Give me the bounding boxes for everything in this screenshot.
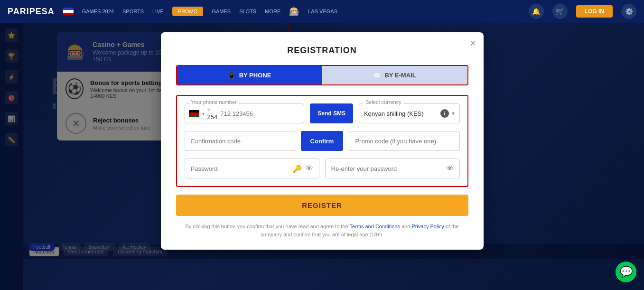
lock-icon: 🔑 bbox=[292, 164, 302, 173]
tab-phone[interactable]: 📱 BY PHONE bbox=[177, 66, 322, 84]
phone-label: Your phone number bbox=[189, 99, 239, 105]
nav-item-lasvegas[interactable]: Las Vegas bbox=[308, 9, 337, 14]
currency-value: Kenyan shilling (KES) bbox=[364, 110, 440, 117]
phone-dropdown-icon[interactable]: ▾ bbox=[202, 111, 205, 116]
register-button[interactable]: REGISTER bbox=[176, 195, 468, 216]
phone-input-wrapper[interactable]: ▾ + 254 bbox=[185, 103, 305, 123]
terms-link[interactable]: Terms and Conditions bbox=[349, 224, 400, 229]
login-button[interactable]: LOG IN bbox=[576, 5, 613, 18]
legal-text: By clicking this button you confirm that… bbox=[176, 223, 468, 238]
reenter-password-wrapper[interactable]: 👁 bbox=[325, 159, 460, 178]
send-sms-button[interactable]: Send SMS bbox=[310, 103, 353, 123]
chat-bubble-button[interactable]: 💬 bbox=[616, 262, 636, 282]
currency-label: Select currency bbox=[364, 99, 403, 105]
legal-text-prefix: By clicking this button you confirm that… bbox=[186, 224, 348, 229]
nav-item-more[interactable]: MORE bbox=[265, 9, 280, 14]
currency-input-wrapper[interactable]: Kenyan shilling (KES) i ▾ bbox=[359, 103, 460, 123]
confirmation-promo-row: Confirm bbox=[185, 131, 460, 151]
top-navigation: PARIPESA GAMES 2024 SPORTS LIVE PROMO GA… bbox=[0, 0, 644, 23]
eye-icon[interactable]: 👁 bbox=[306, 164, 313, 173]
confirm-button[interactable]: Confirm bbox=[301, 131, 344, 151]
kenya-flag-icon bbox=[189, 110, 199, 117]
phone-number-input[interactable] bbox=[220, 110, 300, 117]
chat-icon: 💬 bbox=[620, 266, 633, 278]
modal-title: REGISTRATION bbox=[176, 46, 468, 56]
tab-phone-label: BY PHONE bbox=[239, 72, 271, 79]
phone-prefix: + 254 bbox=[207, 106, 218, 121]
cart-icon[interactable]: 🛒 bbox=[552, 4, 568, 19]
nav-item-promo[interactable]: PROMO bbox=[172, 7, 204, 16]
confirmation-code-input[interactable] bbox=[191, 138, 289, 145]
notification-icon[interactable]: 🔔 bbox=[529, 4, 544, 19]
email-icon: ✉️ bbox=[373, 72, 381, 79]
currency-dropdown-icon[interactable]: ▾ bbox=[452, 110, 455, 117]
password-input[interactable] bbox=[191, 165, 289, 172]
nav-item-live[interactable]: LIVE bbox=[152, 9, 164, 14]
tab-bar: 📱 BY PHONE ✉️ BY E-MAIL bbox=[176, 65, 468, 85]
reenter-password-input[interactable] bbox=[331, 165, 442, 172]
nav-item-games[interactable]: GAMES bbox=[212, 9, 231, 14]
currency-info-icon[interactable]: i bbox=[440, 109, 449, 118]
phone-currency-row: Your phone number ▾ + 254 Send SMS Selec… bbox=[185, 103, 460, 123]
password-row: 🔑 👁 👁 bbox=[185, 159, 460, 178]
nav-item-games2024[interactable]: GAMES 2024 bbox=[82, 9, 114, 14]
settings-icon[interactable]: ⚙️ bbox=[621, 4, 636, 19]
registration-modal: × REGISTRATION 📱 BY PHONE ✉️ BY E-MAIL Y… bbox=[161, 32, 484, 250]
app-logo: PARIPESA bbox=[8, 7, 55, 17]
phone-icon: 📱 bbox=[228, 72, 235, 79]
promo-input-wrapper[interactable] bbox=[349, 131, 459, 151]
nav-item-slots[interactable]: SLOTS bbox=[239, 9, 256, 14]
tab-email-label: BY E-MAIL bbox=[384, 72, 416, 79]
password-input-wrapper[interactable]: 🔑 👁 bbox=[185, 159, 319, 178]
modal-overlay: × REGISTRATION 📱 BY PHONE ✉️ BY E-MAIL Y… bbox=[0, 23, 644, 290]
flag-icon bbox=[63, 8, 74, 15]
phone-input-group: Your phone number ▾ + 254 bbox=[185, 103, 305, 123]
form-highlighted-section: Your phone number ▾ + 254 Send SMS Selec… bbox=[176, 95, 468, 187]
legal-and: and bbox=[401, 224, 410, 229]
eye-icon-2[interactable]: 👁 bbox=[446, 164, 454, 173]
promo-code-input[interactable] bbox=[355, 138, 453, 145]
currency-input-group: Select currency Kenyan shilling (KES) i … bbox=[359, 103, 460, 123]
close-button[interactable]: × bbox=[470, 38, 476, 49]
nav-item-sports[interactable]: SPORTS bbox=[122, 9, 144, 14]
privacy-link[interactable]: Privacy Policy bbox=[411, 224, 444, 229]
tab-email[interactable]: ✉️ BY E-MAIL bbox=[322, 66, 467, 84]
confirmation-input-wrapper[interactable] bbox=[185, 131, 295, 151]
